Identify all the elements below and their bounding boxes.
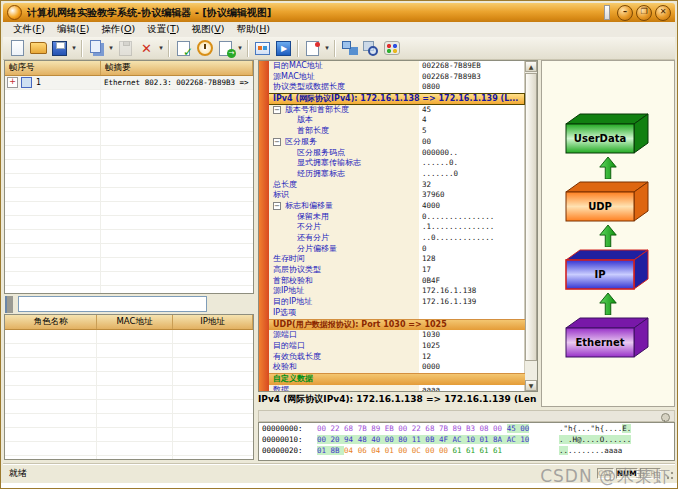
play-view-icon[interactable] [274,39,293,58]
minimize-button[interactable]: – [617,5,633,21]
menu-item-3[interactable]: 设置(T) [143,22,187,37]
clock-icon[interactable] [195,39,214,58]
open-folder-icon[interactable] [29,39,48,58]
copy-icon[interactable] [87,39,106,58]
dropdown-arrow-icon[interactable]: ▾ [70,44,78,52]
tree-field-row[interactable]: 标识37960 [259,190,525,201]
send-frame-icon[interactable] [216,39,235,58]
dropdown-arrow-icon[interactable]: ▾ [236,44,244,52]
column-header-mac[interactable]: MAC地址 [97,315,173,329]
save-icon[interactable] [50,39,69,58]
frame-row-empty [5,188,253,202]
toolbox-icon[interactable] [253,39,272,58]
tree-field-row[interactable]: 目的端口1025 [259,341,525,352]
tree-field-row[interactable]: 保留未用0............... [259,212,525,223]
dropdown-arrow-icon[interactable]: ▾ [107,44,115,52]
tree-field-row[interactable]: 还有分片..0............. [259,233,525,244]
column-header-role[interactable]: 角色名称 [5,315,97,329]
menu-item-0[interactable]: 文件(F) [9,22,53,37]
frame-row-empty [5,90,253,104]
tree-field-row[interactable]: 高层协议类型17 [259,265,525,276]
tree-field-row[interactable]: 数据aaaa [259,385,525,392]
tree-field-row[interactable]: 协议类型或数据长度0800 [259,82,525,93]
tree-field-row[interactable]: −标志和偏移量4000 [259,201,525,212]
tree-field-row[interactable]: 不分片.1.............. [259,222,525,233]
delete-icon[interactable] [137,39,156,58]
tree-field-row[interactable]: 区分服务码点000000.. [259,148,525,159]
titlebar[interactable]: 计算机网络实验教学系统-协议编辑器 - [协议编辑视图] – ❐ ✕ [3,3,675,22]
role-row-empty [5,414,253,428]
tree-field-row[interactable]: 首部校验和0B4F [259,276,525,287]
frame-checkbox[interactable] [21,77,32,88]
tree-field-row[interactable]: 源IP地址172.16.1.138 [259,286,525,297]
tree-field-row[interactable]: IP选项 [259,308,525,319]
tree-field-row[interactable]: 经历拥塞标志.......0 [259,169,525,180]
close-button[interactable]: ✕ [655,5,671,21]
frame-row-empty [5,118,253,132]
expand-plus-icon[interactable]: + [7,77,18,88]
collapse-icon[interactable]: − [273,138,281,146]
tree-field-row[interactable]: 版本4 [259,115,525,126]
hex-panel-grip[interactable] [258,410,675,422]
search-host-icon[interactable] [361,39,380,58]
frame-list-panel[interactable]: 帧序号 帧摘要 +1Ethernet 802.3: 002268-7B89B3 … [4,60,254,294]
tree-field-row[interactable]: 有效负载长度12 [259,352,525,363]
tree-field-row[interactable]: −版本号和首部长度45 [259,105,525,116]
restore-button[interactable]: ❐ [636,5,652,21]
frame-row[interactable]: +1Ethernet 802.3: 002268-7B89B3 => 00226 [5,76,253,90]
tree-field-row[interactable]: 分片偏移量0 [259,244,525,255]
stack-layer-ip[interactable]: IP [556,247,660,293]
tree-field-row[interactable]: 首部长度5 [259,126,525,137]
network-icon[interactable] [340,39,359,58]
tree-field-row[interactable]: 源端口1030 [259,330,525,341]
scroll-down-icon[interactable]: ▼ [525,380,537,391]
stack-layer-ethernet[interactable]: Ethernet [556,315,660,361]
menu-item-5[interactable]: 帮助(H) [232,22,278,37]
tree-scrollbar[interactable]: ▲ ▼ [524,61,537,391]
tree-field-row[interactable]: 总长度32 [259,180,525,191]
tree-section-row[interactable]: −自定义数据 [259,373,525,385]
status-indicator-num: NUM [616,468,638,479]
hex-dump-view[interactable]: 00000000:00 22 68 7B 89 EB 00 22 68 7B 8… [258,422,675,461]
menu-item-1[interactable]: 编辑(E) [53,22,97,37]
role-filter-input[interactable] [18,296,207,312]
collapse-icon[interactable]: − [273,106,281,114]
tree-field-label: 经历拥塞标志 [259,169,345,180]
tree-section-row[interactable]: −UDP(用户数据报协议): Port 1030 => 1025 [259,319,525,331]
dropdown-arrow-icon[interactable]: ▾ [323,44,331,52]
tree-field-row[interactable]: 生存时间128 [259,254,525,265]
stack-layer-userdata[interactable]: UserData [556,111,660,157]
role-table[interactable]: 角色名称 MAC地址 IP地址 [4,314,254,460]
validate-icon[interactable] [174,39,193,58]
hex-ascii: . .H@....O...... [559,434,631,445]
tree-field-row[interactable]: 源MAC地址002268-7B89B3 [259,72,525,83]
collapse-icon[interactable]: − [273,202,281,210]
tree-field-row[interactable]: 显式拥塞传输标志......0. [259,158,525,169]
tree-field-row[interactable]: −区分服务00 [259,137,525,148]
column-header-seq[interactable]: 帧序号 [5,61,101,75]
tree-field-row[interactable]: 目的MAC地址002268-7B89EB [259,61,525,72]
menu-item-4[interactable]: 视图(V) [188,22,233,37]
tree-field-row[interactable]: 校验和0000 [259,362,525,373]
tree-field-row[interactable]: 目的IP地址172.16.1.139 [259,297,525,308]
scroll-up-icon[interactable]: ▲ [525,61,537,72]
palette-icon[interactable] [382,39,401,58]
tree-field-value: 5 [419,126,525,137]
stack-layer-udp[interactable]: UDP [556,179,660,225]
paste-icon[interactable] [116,39,135,58]
tree-field-label: 协议类型或数据长度 [259,82,345,93]
protocol-tree-panel[interactable]: 目的MAC地址002268-7B89EB源MAC地址002268-7B89B3协… [258,60,538,392]
resize-grip[interactable] [663,467,675,480]
menu-item-2[interactable]: 操作(O) [97,22,143,37]
arrow-up-icon [596,293,620,315]
scrollbar-thumb[interactable] [525,73,537,361]
column-header-summary[interactable]: 帧摘要 [101,61,253,75]
tree-field-value: 17 [419,265,525,276]
pin-icon[interactable] [661,413,670,422]
message-icon[interactable] [303,39,322,58]
new-document-icon[interactable] [8,39,27,58]
frame-seq: 1 [36,78,41,87]
column-header-ip[interactable]: IP地址 [173,315,253,329]
tree-section-row[interactable]: −IPv4 (网际协议IPv4): 172.16.1.138 => 172.16… [259,93,525,105]
dropdown-arrow-icon[interactable]: ▾ [157,44,165,52]
